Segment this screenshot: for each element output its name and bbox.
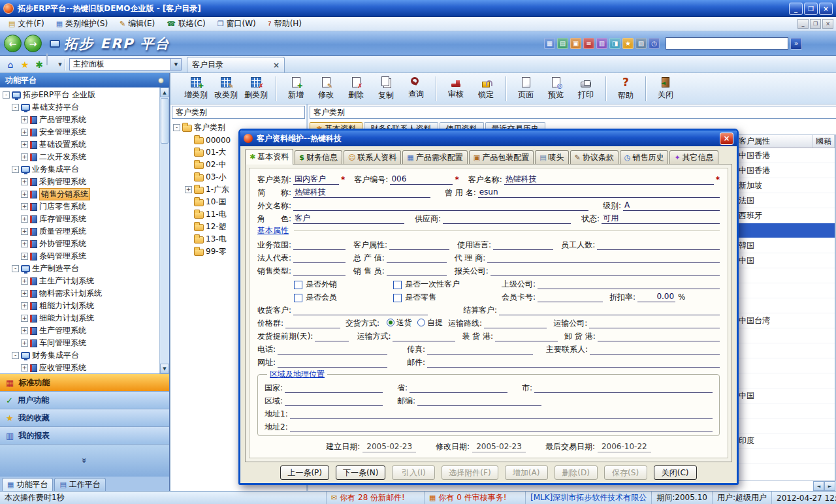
sidebar-button-my-reports[interactable]: ▥我的报表 — [0, 426, 169, 444]
expander-icon[interactable]: + — [21, 215, 28, 223]
expander-icon[interactable]: - — [12, 265, 19, 272]
dialog-tab-product-demand[interactable]: ▦产品需求配置 — [402, 150, 467, 164]
sidebar-button-my-favorites[interactable]: ★我的收藏 — [0, 409, 169, 426]
sidebar-tab-function-platform[interactable]: ▦功能平台 — [2, 478, 53, 491]
tree-item[interactable]: +销售分销系统 — [1, 188, 159, 200]
field-value[interactable] — [589, 318, 720, 328]
toolbar-add-category-button[interactable]: ✚增类别 — [181, 74, 211, 103]
field-value[interactable] — [278, 357, 387, 368]
expander-icon[interactable]: + — [21, 129, 28, 136]
scroll-left-button[interactable]: ◄ — [813, 481, 824, 491]
expander-icon[interactable]: + — [21, 327, 28, 334]
expander-icon[interactable]: + — [21, 116, 28, 123]
field-value[interactable] — [293, 240, 346, 250]
expander-icon[interactable]: + — [21, 141, 28, 148]
favorites-icon[interactable]: ★ — [622, 38, 634, 49]
sidebar-tab-work-platform[interactable]: ▤工作平台 — [54, 478, 105, 491]
dialog-close-button[interactable]: 关闭(C) — [654, 465, 697, 480]
dialog-tab-other-info[interactable]: ✦其它信息 — [669, 150, 718, 164]
field-value[interactable]: 热键科技 — [293, 187, 430, 198]
toolbar-preview-button[interactable]: ◎预览 — [541, 74, 571, 103]
expander-icon[interactable]: + — [21, 240, 28, 247]
dialog-titlebar[interactable]: 客户资料维护--热键科技 × — [240, 131, 737, 146]
tree-item[interactable]: -生产制造平台 — [1, 262, 159, 275]
field-value[interactable] — [597, 240, 720, 250]
field-value[interactable] — [290, 409, 713, 419]
gallery-icon[interactable]: ▣ — [570, 38, 581, 49]
field-value[interactable] — [389, 240, 449, 250]
field-value[interactable] — [590, 344, 720, 354]
expander-icon[interactable]: - — [173, 124, 180, 131]
field-value[interactable] — [293, 200, 588, 211]
tree-item[interactable]: +二次开发系统 — [1, 151, 159, 163]
menu-item-edit[interactable]: ✎编辑(E) — [114, 17, 161, 31]
toolbar-delete-record-button[interactable]: ✗删除 — [341, 74, 371, 103]
tree-item[interactable]: +条码管理系统 — [1, 250, 159, 262]
mdi-minimize-button[interactable]: _ — [797, 19, 809, 29]
field-value[interactable] — [487, 253, 720, 263]
horizontal-scrollbar[interactable]: ◄► — [813, 481, 835, 491]
toolbar-modify-record-button[interactable]: ✎修改 — [311, 74, 341, 103]
field-value[interactable]: 0.00 — [637, 292, 675, 302]
sidebar-scrollbar[interactable]: ▲▼ — [159, 87, 169, 373]
expander-icon[interactable]: + — [21, 153, 28, 161]
expander-icon[interactable]: - — [3, 91, 10, 99]
expander-icon[interactable]: + — [185, 186, 192, 193]
field-value[interactable] — [499, 305, 720, 315]
clock-icon[interactable]: ◷ — [649, 38, 660, 49]
expander-icon[interactable]: + — [21, 302, 28, 309]
checkbox-field[interactable]: 是否一次性客户 — [393, 279, 460, 289]
expander-icon[interactable]: - — [12, 104, 19, 111]
scroll-up-button[interactable]: ▲ — [160, 87, 169, 97]
mdi-close-button[interactable]: × — [822, 19, 833, 29]
toolbar-page-setup-button[interactable]: 页面 — [511, 74, 541, 103]
field-value[interactable] — [387, 253, 447, 263]
field-value[interactable] — [427, 344, 533, 354]
sidebar-button-standard-functions[interactable]: ▦标准功能 — [0, 373, 169, 391]
checkbox-field[interactable]: 是否会员 — [294, 292, 337, 302]
toolbar-delete-category-button[interactable]: ✗删类别 — [241, 74, 271, 103]
restore-button[interactable]: ❐ — [804, 3, 818, 15]
dialog-close-button[interactable]: × — [720, 133, 733, 145]
toolbar-help-button[interactable]: ?帮助 — [611, 74, 641, 103]
checkbox-field[interactable]: 是否外销 — [294, 279, 337, 289]
toolbar-print-button[interactable]: 打印 — [571, 74, 601, 103]
tab-customer-directory[interactable]: 客户目录 × — [187, 57, 285, 72]
tree-item[interactable]: +库存管理系统 — [1, 213, 159, 225]
image-icon[interactable]: ◨ — [609, 38, 620, 49]
tree-item[interactable]: -拓步ERP平台 企业版 — [1, 89, 159, 101]
dialog-tab-basic-info[interactable]: ✱基本资料 — [245, 149, 293, 165]
tree-item[interactable]: +外协管理系统 — [1, 238, 159, 250]
dialog-next-button[interactable]: 下一条(N) — [336, 465, 385, 480]
field-value[interactable] — [315, 331, 349, 341]
tree-item[interactable]: +基础设置系统 — [1, 138, 159, 151]
expander-icon[interactable]: + — [21, 339, 28, 347]
tree-item[interactable]: +门店零售系统 — [1, 200, 159, 213]
field-value[interactable] — [293, 305, 428, 315]
dialog-tab-product-packing[interactable]: ▣产品包装配置 — [469, 150, 534, 164]
tree-item[interactable]: +安全管理系统 — [1, 126, 159, 138]
field-value[interactable] — [278, 344, 387, 354]
field-value[interactable] — [417, 396, 541, 406]
collect-button[interactable]: ✱ — [32, 57, 46, 72]
tree-item[interactable]: +产品管理系统 — [1, 114, 159, 126]
field-value[interactable]: 可用 — [602, 213, 720, 224]
dialog-tab-contacts[interactable]: ☺联系人资料 — [344, 150, 401, 164]
tree-item[interactable]: +生产管理系统 — [1, 324, 159, 337]
expander-icon[interactable]: + — [21, 178, 28, 185]
field-value[interactable] — [293, 266, 346, 276]
chevron-icon[interactable]: » — [80, 458, 89, 463]
field-value[interactable] — [410, 383, 507, 393]
menu-item-category[interactable]: ▦类别维护(S) — [50, 17, 114, 31]
sidebar-button-user-functions[interactable]: ✓用户功能 — [0, 391, 169, 409]
calculator-icon[interactable]: ≡ — [583, 38, 594, 49]
dialog-tab-agreement[interactable]: ✎协议条款 — [570, 150, 619, 164]
expander-icon[interactable]: + — [21, 364, 28, 371]
toolbar-edit-category-button[interactable]: ✎改类别 — [211, 74, 241, 103]
datasheet-icon[interactable]: ▤ — [557, 38, 568, 49]
field-value[interactable] — [427, 357, 720, 368]
field-value[interactable]: 006 — [390, 174, 453, 185]
field-value[interactable]: 热键科技 — [504, 174, 714, 185]
menu-item-file[interactable]: ▤文件(F) — [3, 17, 50, 31]
scroll-thumb[interactable] — [161, 98, 169, 144]
